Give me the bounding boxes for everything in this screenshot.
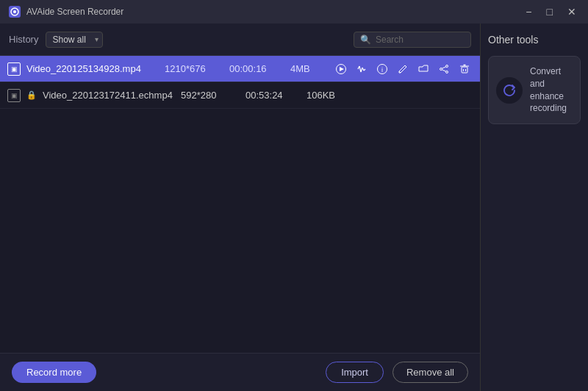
title-bar-left: AVAide Screen Recorder — [9, 6, 123, 18]
svg-line-17 — [442, 69, 445, 71]
file-duration: 00:00:16 — [229, 63, 284, 74]
file-type-icon: ▣ — [7, 62, 21, 76]
history-label: History — [9, 34, 38, 45]
svg-rect-18 — [462, 67, 467, 73]
other-tools-title: Other tools — [488, 34, 581, 46]
info-button[interactable]: i — [374, 61, 390, 77]
maximize-button[interactable]: □ — [544, 5, 556, 18]
svg-line-6 — [361, 68, 362, 72]
toolbar: History Show all Video Audio 🔍 — [0, 24, 480, 56]
file-list: ▣ Video_220125134928.mp4 1210*676 00:00:… — [0, 56, 480, 353]
remove-all-button[interactable]: Remove all — [392, 362, 468, 383]
table-row[interactable]: ▣ 🔒 Video_220123172411.echmp4 592*280 00… — [0, 82, 480, 109]
window-controls: − □ ✕ — [523, 5, 579, 18]
folder-button[interactable] — [415, 61, 431, 77]
file-resolution: 1210*676 — [165, 63, 223, 74]
app-title: AVAide Screen Recorder — [26, 7, 123, 17]
file-resolution: 592*280 — [181, 90, 240, 101]
file-size: 4MB — [290, 63, 327, 74]
play-button[interactable] — [333, 61, 349, 77]
search-box[interactable]: 🔍 — [354, 32, 471, 48]
share-button[interactable] — [436, 61, 452, 77]
svg-line-5 — [359, 66, 361, 72]
svg-line-7 — [362, 68, 364, 71]
app-icon — [9, 6, 21, 18]
svg-text:i: i — [381, 65, 383, 73]
file-actions: i — [333, 61, 473, 77]
file-duration: 00:53:24 — [245, 90, 301, 101]
delete-button[interactable] — [456, 61, 473, 77]
left-panel: History Show all Video Audio 🔍 ▣ Video_2… — [0, 24, 481, 391]
tool-icon-circle — [496, 77, 523, 104]
file-name: Video_220123172411.echmp4 — [43, 90, 175, 101]
svg-line-16 — [442, 66, 445, 68]
svg-point-14 — [446, 71, 448, 73]
search-input[interactable] — [376, 35, 465, 45]
search-icon: 🔍 — [360, 35, 371, 45]
close-button[interactable]: ✕ — [564, 5, 579, 18]
table-row[interactable]: ▣ Video_220125134928.mp4 1210*676 00:00:… — [0, 56, 480, 82]
convert-enhance-icon — [501, 82, 517, 98]
history-dropdown-wrapper[interactable]: Show all Video Audio — [46, 32, 103, 48]
history-dropdown[interactable]: Show all Video Audio — [46, 32, 103, 48]
svg-point-1 — [13, 10, 16, 13]
file-type-icon: ▣ — [7, 89, 21, 102]
svg-line-8 — [364, 69, 365, 71]
svg-marker-3 — [340, 67, 344, 71]
convert-enhance-tool[interactable]: Convert and enhance recording — [488, 56, 581, 124]
file-size: 106KB — [306, 90, 343, 101]
import-button[interactable]: Import — [326, 362, 384, 383]
svg-point-13 — [446, 65, 448, 67]
waveform-button[interactable] — [354, 61, 370, 77]
right-panel: Other tools Convert and enhance recordin… — [481, 24, 588, 391]
lock-icon: 🔒 — [26, 90, 37, 100]
record-more-button[interactable]: Record more — [12, 362, 96, 383]
minimize-button[interactable]: − — [523, 5, 534, 18]
svg-point-15 — [440, 68, 442, 70]
main-container: History Show all Video Audio 🔍 ▣ Video_2… — [0, 24, 588, 391]
file-name: Video_220125134928.mp4 — [26, 63, 159, 74]
edit-button[interactable] — [395, 61, 411, 77]
title-bar: AVAide Screen Recorder − □ ✕ — [0, 0, 588, 24]
convert-enhance-label: Convert and enhance recording — [530, 65, 573, 115]
bottom-bar: Record more Import Remove all — [0, 353, 480, 391]
